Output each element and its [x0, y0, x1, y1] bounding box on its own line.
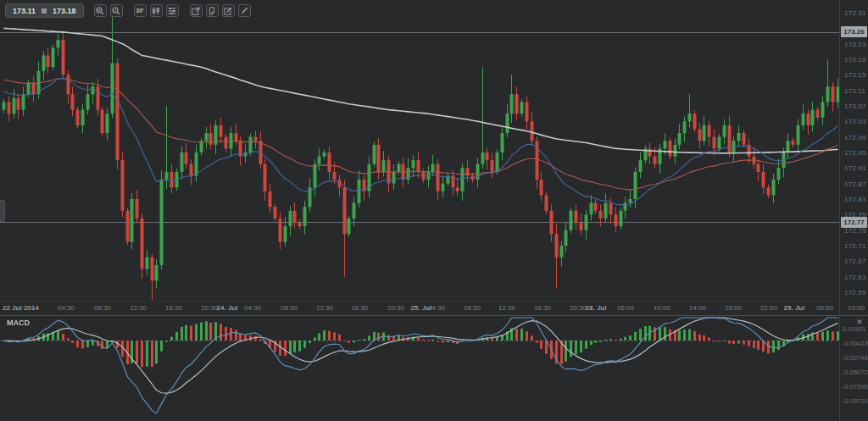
price-tick: 172.91	[844, 164, 868, 172]
note-page-icon	[208, 7, 216, 15]
price-tick: 172.87	[844, 180, 868, 188]
time-label: 12:30	[316, 304, 333, 312]
macd-close-icon[interactable]: ✕	[854, 317, 865, 327]
brush-icon	[240, 7, 248, 15]
time-label: 12:30	[130, 304, 147, 312]
price-badge-low: 172.77	[841, 217, 867, 228]
time-label: 16:30	[534, 304, 551, 312]
time-label: 06:00	[617, 304, 634, 312]
time-label: 08:30	[281, 304, 298, 312]
time-label: 06:00	[816, 304, 833, 312]
quote-panel[interactable]: 173.11 173.18	[5, 3, 84, 18]
macd-label: MACD	[7, 319, 30, 327]
price-tick: 172.83	[844, 196, 868, 203]
timeframe-label: 30'	[136, 8, 143, 14]
time-label: 04:30	[58, 304, 75, 312]
time-label: 14:00	[689, 304, 706, 312]
price-chart-canvas[interactable]	[0, 0, 839, 302]
time-label: 10:00	[848, 304, 865, 312]
time-label: 08:30	[94, 304, 111, 312]
price-tick: 173.07	[844, 102, 868, 110]
zoom-in-icon	[96, 7, 104, 15]
price-tick: 172.67	[844, 258, 868, 265]
time-label: 28. Jul	[586, 304, 607, 312]
time-label: 22:00	[760, 304, 777, 312]
sell-price[interactable]: 173.11	[13, 7, 36, 15]
macd-tick: -0.05072	[843, 368, 868, 376]
price-tick: 172.99	[844, 134, 868, 141]
zoom-in-button[interactable]	[94, 4, 107, 17]
macd-tick: -0.09720	[843, 397, 868, 405]
time-label: 12:30	[498, 304, 515, 312]
price-badge-high: 173.26	[841, 26, 867, 37]
draw-button[interactable]	[238, 4, 251, 17]
price-tick: 172.95	[844, 149, 868, 157]
time-label: 20:30	[201, 304, 218, 312]
notes-button[interactable]	[206, 4, 219, 17]
zoom-out-icon	[112, 7, 120, 15]
time-label: 22 Jul 2014	[3, 304, 39, 312]
time-label: 16:30	[351, 304, 368, 312]
time-label: 18:00	[725, 304, 742, 312]
edit-pencil-square-icon	[224, 7, 232, 15]
time-label: 20:30	[387, 304, 404, 312]
time-label: 29. Jul	[784, 304, 805, 312]
candlestick-icon	[152, 7, 160, 15]
time-label: 08:30	[464, 304, 481, 312]
timeframe-button[interactable]: 30'	[134, 4, 147, 17]
macd-tick: -0.00423	[843, 340, 868, 347]
chart-type-button[interactable]	[150, 4, 163, 17]
time-label: 04:30	[244, 304, 261, 312]
macd-indicator-canvas[interactable]	[0, 316, 839, 421]
screenshot-button[interactable]	[190, 4, 203, 17]
sidebar-collapse-handle[interactable]	[0, 200, 5, 222]
price-tick: 173.03	[844, 118, 868, 125]
indicators-button[interactable]	[166, 4, 179, 17]
time-label: 20:30	[570, 304, 587, 312]
macd-tick: -0.02748	[843, 354, 868, 362]
price-tick: 173.31	[844, 9, 868, 17]
price-tick: 172.71	[844, 242, 868, 250]
price-tick: 173.11	[844, 87, 868, 95]
price-tick: 172.59	[844, 289, 868, 296]
time-label: 10:00	[654, 304, 670, 312]
price-tick: 173.19	[844, 56, 868, 64]
macd-tick: -0.07396	[843, 383, 868, 391]
sliders-icon	[168, 7, 176, 15]
time-axis-divider	[0, 301, 839, 302]
pane-divider[interactable]	[0, 315, 868, 316]
price-axis-border	[839, 0, 840, 421]
spread-square-icon	[42, 8, 47, 14]
export-arrow-icon	[192, 7, 200, 15]
time-label: 24. Jul	[217, 304, 238, 312]
edit-button[interactable]	[222, 4, 235, 17]
price-tick: 172.63	[844, 274, 868, 281]
price-tick: 173.23	[844, 41, 868, 48]
zoom-out-button[interactable]	[110, 4, 123, 17]
chart-toolbar: 173.11 173.18 30'	[5, 3, 251, 18]
time-label: 16:30	[165, 304, 182, 312]
trading-chart-app: 173.31173.27173.23173.19173.15173.11173.…	[0, 0, 868, 421]
buy-price[interactable]: 173.18	[53, 7, 76, 15]
price-tick: 173.15	[844, 71, 868, 79]
price-tick: 172.75	[844, 227, 868, 235]
time-label: 04:30	[428, 304, 445, 312]
